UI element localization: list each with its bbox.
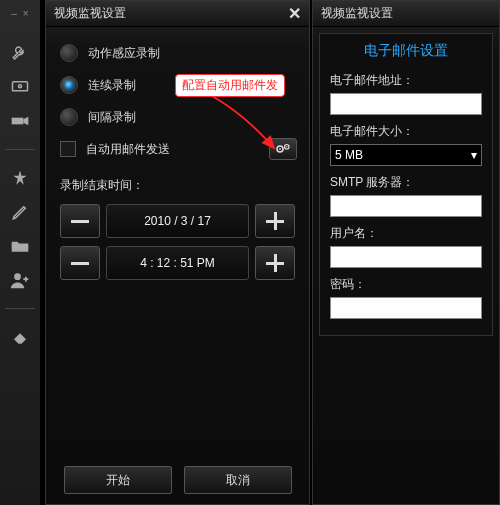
field-username: 用户名： [320, 223, 492, 274]
time-stepper: 4 : 12 : 51 PM [46, 242, 309, 284]
panel-header: 视频监视设置 [313, 1, 499, 27]
radio-icon[interactable] [60, 44, 78, 62]
field-email-size: 电子邮件大小： 5 MB ▾ [320, 121, 492, 172]
svg-point-3 [14, 273, 21, 280]
annotation-arrow-icon [200, 92, 290, 162]
email-settings-title: 电子邮件设置 [320, 34, 492, 70]
panel-title: 视频监视设置 [321, 5, 393, 22]
panel-title: 视频监视设置 [54, 5, 126, 22]
password-input[interactable] [330, 297, 482, 319]
increment-button[interactable] [255, 246, 295, 280]
increment-button[interactable] [255, 204, 295, 238]
field-label: SMTP 服务器： [330, 174, 482, 191]
decrement-button[interactable] [60, 204, 100, 238]
panel-footer: 开始 取消 [46, 466, 309, 494]
minimize-button[interactable]: – [11, 8, 17, 19]
effects-icon[interactable] [8, 168, 32, 188]
camera-icon[interactable] [8, 111, 32, 131]
pencil-icon[interactable] [8, 202, 32, 222]
option-motion[interactable]: 动作感应录制 [60, 37, 295, 69]
toolbar-sidebar: – × [0, 0, 40, 505]
radio-icon[interactable] [60, 76, 78, 94]
svg-marker-2 [13, 171, 27, 185]
email-settings-panel: 视频监视设置 电子邮件设置 电子邮件地址： 电子邮件大小： 5 MB ▾ SMT… [312, 0, 500, 505]
add-user-icon[interactable] [8, 270, 32, 290]
decrement-button[interactable] [60, 246, 100, 280]
end-time-label: 录制结束时间： [46, 171, 309, 200]
field-label: 密码： [330, 276, 482, 293]
display-icon[interactable] [8, 77, 32, 97]
window-controls: – × [11, 8, 28, 19]
email-address-input[interactable] [330, 93, 482, 115]
close-icon[interactable]: ✕ [288, 4, 301, 23]
cancel-button[interactable]: 取消 [184, 466, 292, 494]
email-size-select[interactable]: 5 MB ▾ [330, 144, 482, 166]
field-label: 电子邮件大小： [330, 123, 482, 140]
date-stepper: 2010 / 3 / 17 [46, 200, 309, 242]
divider [5, 149, 35, 150]
chevron-down-icon: ▾ [471, 148, 477, 162]
option-label: 自动用邮件发送 [86, 141, 170, 158]
option-label: 连续录制 [88, 77, 136, 94]
start-button[interactable]: 开始 [64, 466, 172, 494]
option-label: 间隔录制 [88, 109, 136, 126]
panel-header: 视频监视设置 ✕ [46, 1, 309, 27]
field-label: 电子邮件地址： [330, 72, 482, 89]
time-field[interactable]: 4 : 12 : 51 PM [106, 246, 249, 280]
radio-icon[interactable] [60, 108, 78, 126]
option-label: 动作感应录制 [88, 45, 160, 62]
field-email-address: 电子邮件地址： [320, 70, 492, 121]
smtp-input[interactable] [330, 195, 482, 217]
username-input[interactable] [330, 246, 482, 268]
field-label: 用户名： [330, 225, 482, 242]
folder-icon[interactable] [8, 236, 32, 256]
field-password: 密码： [320, 274, 492, 325]
divider [5, 308, 35, 309]
select-value: 5 MB [335, 148, 363, 162]
wrench-icon[interactable] [8, 43, 32, 63]
annotation-callout: 配置自动用邮件发 [175, 74, 285, 97]
close-button[interactable]: × [23, 8, 29, 19]
checkbox-icon[interactable] [60, 141, 76, 157]
svg-rect-0 [13, 82, 28, 91]
field-smtp: SMTP 服务器： [320, 172, 492, 223]
eraser-icon[interactable] [8, 327, 32, 347]
email-settings-box: 电子邮件设置 电子邮件地址： 电子邮件大小： 5 MB ▾ SMTP 服务器： … [319, 33, 493, 336]
date-field[interactable]: 2010 / 3 / 17 [106, 204, 249, 238]
svg-point-1 [19, 85, 22, 88]
